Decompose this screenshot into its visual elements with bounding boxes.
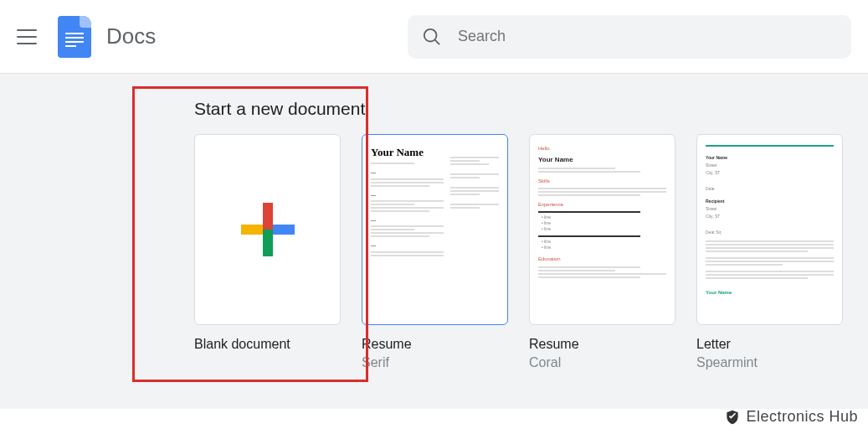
shield-icon bbox=[724, 409, 741, 426]
template-letter-spearmint-thumb[interactable]: Your Name Street City, ST Date Recipient… bbox=[696, 134, 843, 325]
section-title: Start a new document bbox=[194, 99, 864, 119]
template-resume-serif[interactable]: Your Name — — — — bbox=[362, 134, 508, 370]
app-header: Docs bbox=[0, 0, 868, 74]
template-blank[interactable]: Blank document bbox=[194, 134, 341, 370]
search-bar[interactable] bbox=[408, 15, 851, 59]
docs-logo-icon[interactable] bbox=[58, 16, 91, 58]
template-resume-serif-thumb[interactable]: Your Name — — — — bbox=[362, 134, 508, 325]
template-subtitle: Spearmint bbox=[696, 355, 843, 370]
plus-icon bbox=[241, 203, 295, 256]
template-resume-coral-thumb[interactable]: Hello Your Name Skills Experience • line… bbox=[529, 134, 675, 325]
watermark: Electronics Hub bbox=[724, 408, 858, 426]
app-title: Docs bbox=[106, 23, 156, 49]
template-subtitle: Serif bbox=[362, 355, 508, 370]
template-blank-thumb[interactable] bbox=[194, 134, 341, 325]
template-resume-coral[interactable]: Hello Your Name Skills Experience • line… bbox=[529, 134, 675, 370]
template-title: Letter bbox=[696, 337, 843, 352]
doc-preview: Your Name Street City, ST Date Recipient… bbox=[697, 135, 842, 324]
template-title: Resume bbox=[362, 337, 508, 352]
template-gallery: Start a new document Blank document Your… bbox=[0, 74, 868, 409]
search-icon bbox=[423, 27, 441, 47]
template-title: Blank document bbox=[194, 337, 341, 352]
template-subtitle: Coral bbox=[529, 355, 675, 370]
search-input[interactable] bbox=[458, 28, 836, 45]
main-menu-icon[interactable] bbox=[17, 29, 37, 44]
doc-preview: Your Name — — — — bbox=[362, 135, 507, 324]
templates-row: Blank document Your Name — — bbox=[194, 134, 864, 370]
template-title: Resume bbox=[529, 337, 675, 352]
template-letter-spearmint[interactable]: Your Name Street City, ST Date Recipient… bbox=[696, 134, 843, 370]
doc-preview: Hello Your Name Skills Experience • line… bbox=[530, 135, 675, 324]
